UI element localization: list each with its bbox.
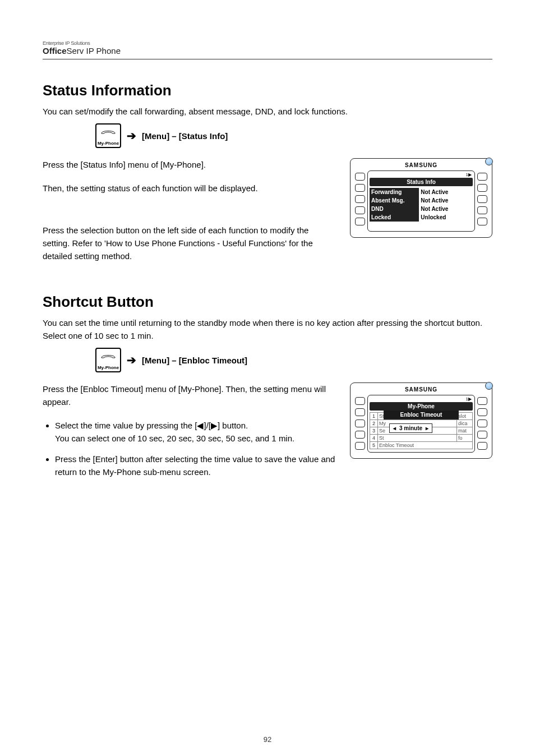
bullet1-b: You can select one of 10 sec, 20 sec, 30…	[55, 434, 294, 443]
phone-brand: SAMSUNG	[355, 386, 487, 393]
step-text-block: Press the [Enbloc Timeout] menu of [My-P…	[43, 382, 336, 487]
softkeys-left	[355, 395, 365, 453]
bullet1-a: Select the time value by pressing the [◀…	[55, 421, 248, 430]
softkey[interactable]	[477, 397, 487, 405]
nav-path: My-Phone ➔ [Menu] – [Status Info]	[95, 123, 492, 148]
arrow-icon: ➔	[127, 353, 136, 367]
chevron-right-icon[interactable]: ▸	[426, 425, 428, 431]
softkey[interactable]	[355, 173, 365, 181]
lcd-screen: 1▶ Status Info Forwarding Not Active Abs…	[367, 170, 475, 232]
lcd-screen: 1▶ My-Phone 1Stslot 2Mydica 3Semat 4Stfo…	[367, 395, 475, 453]
softkeys-right	[477, 170, 487, 232]
softkey[interactable]	[355, 195, 365, 203]
section-title: Shortcut Button	[43, 293, 492, 311]
led-icon	[485, 382, 493, 390]
step1-line2: Then, the setting status of each functio…	[43, 182, 336, 195]
lcd-title: Status Info	[370, 178, 473, 186]
page-header: Enterprise IP Solutions OfficeServ IP Ph…	[43, 40, 492, 59]
nav-path: My-Phone ➔ [Menu] – [Enbloc Timeout]	[95, 348, 492, 372]
bullet-item: Select the time value by pressing the [◀…	[55, 419, 336, 445]
status-value: Not Active	[419, 196, 473, 205]
softkeys-right	[477, 395, 487, 453]
bullet-list: Select the time value by pressing the [◀…	[43, 419, 336, 479]
myphone-icon-label: My-Phone	[98, 141, 119, 147]
softkey[interactable]	[355, 184, 365, 192]
status-value: Not Active	[419, 188, 473, 196]
softkey[interactable]	[477, 218, 487, 225]
step2-line: Press the selection button on the left s…	[43, 224, 336, 263]
softkey[interactable]	[477, 442, 487, 450]
bullet-item: Press the [Enter] button after selecting…	[55, 453, 336, 479]
softkey[interactable]	[355, 206, 365, 214]
status-value: Not Active	[419, 205, 473, 213]
status-label: Forwarding	[370, 188, 419, 196]
brand-prefix: Office	[43, 46, 67, 56]
status-label: DND	[370, 205, 419, 213]
softkey[interactable]	[355, 218, 365, 225]
status-row: DND Not Active	[370, 205, 473, 213]
nav-menu-code: [Menu] – [Status Info]	[142, 131, 228, 141]
softkeys-left	[355, 170, 365, 232]
status-row: Locked Unlocked	[370, 213, 473, 222]
lcd-flag: 1▶	[370, 397, 473, 402]
softkey[interactable]	[355, 408, 365, 416]
section-title: Status Information	[43, 82, 492, 99]
status-row: Forwarding Not Active	[370, 188, 473, 196]
softkey[interactable]	[355, 420, 365, 427]
nav-menu-code: [Menu] – [Enbloc Timeout]	[142, 356, 247, 365]
list-row: 5Enbloc Timeout	[370, 442, 473, 449]
lcd-flag: 1▶	[370, 172, 473, 178]
softkey[interactable]	[477, 431, 487, 439]
phone-mock-status: SAMSUNG 1▶ Status Info	[350, 158, 492, 238]
status-row: Absent Msg. Not Active	[370, 196, 473, 205]
phone-brand: SAMSUNG	[355, 162, 487, 168]
brand-big: OfficeServ IP Phone	[43, 46, 492, 56]
section-status-info: Status Information You can set/modify th…	[43, 82, 492, 273]
softkey[interactable]	[477, 195, 487, 203]
status-table: Forwarding Not Active Absent Msg. Not Ac…	[370, 188, 473, 228]
softkey[interactable]	[477, 420, 487, 427]
step1: Press the [Enbloc Timeout] menu of [My-P…	[43, 382, 336, 409]
step-text-block: Press the [Status Info] menu of [My-Phon…	[43, 158, 336, 273]
status-value: Unlocked	[419, 213, 473, 222]
myphone-icon: My-Phone	[95, 348, 121, 372]
status-label: Locked	[370, 213, 419, 222]
softkey[interactable]	[477, 173, 487, 181]
softkey[interactable]	[477, 206, 487, 214]
softkey[interactable]	[355, 431, 365, 439]
softkey[interactable]	[477, 184, 487, 192]
popup-title: Enbloc Timeout	[384, 410, 459, 420]
softkey[interactable]	[477, 408, 487, 416]
brand-rest: Serv IP Phone	[67, 46, 121, 56]
led-icon	[485, 158, 493, 165]
phone-mock-enbloc: SAMSUNG 1▶ My-Phone	[350, 382, 492, 459]
step1-line1: Press the [Status Info] menu of [My-Phon…	[43, 158, 336, 171]
softkey[interactable]	[355, 442, 365, 450]
page-number: 92	[0, 735, 535, 744]
section-shortcut: Shortcut Button You can set the time unt…	[43, 293, 492, 487]
brand-small: Enterprise IP Solutions	[43, 40, 492, 46]
list-row: 4Stfo	[370, 435, 473, 442]
softkey[interactable]	[355, 397, 365, 405]
status-label: Absent Msg.	[370, 196, 419, 205]
myphone-icon-label: My-Phone	[98, 365, 119, 371]
lcd-title: My-Phone	[370, 402, 473, 411]
chevron-left-icon[interactable]: ◂	[393, 425, 396, 431]
section-intro: You can set the time until returning to …	[43, 316, 492, 343]
popup-value-selector[interactable]: ◂ 3 minute ▸	[389, 423, 432, 433]
arrow-icon: ➔	[127, 129, 136, 142]
myphone-icon: My-Phone	[95, 123, 121, 148]
section-intro: You can set/modify the call forwarding, …	[43, 105, 492, 118]
popup-value: 3 minute	[399, 425, 422, 431]
